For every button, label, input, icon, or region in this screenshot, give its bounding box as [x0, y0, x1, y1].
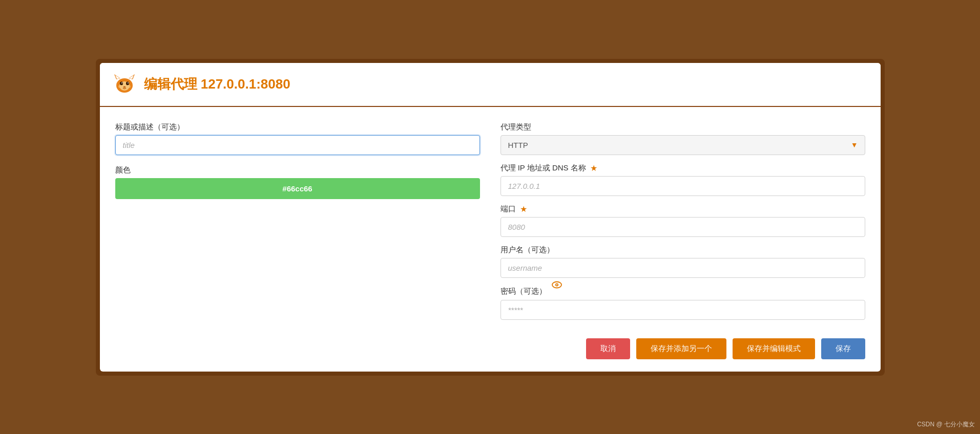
save-edit-button[interactable]: 保存并编辑模式	[733, 338, 815, 359]
svg-point-15	[556, 284, 557, 285]
password-label: 密码（可选）	[501, 287, 547, 296]
port-label-row: 端口 ★	[501, 204, 865, 214]
right-column: 代理类型 HTTP HTTPS SOCKS4 SOCKS5 ▼ 代	[501, 122, 865, 320]
color-field-group: 颜色 #66cc66	[115, 165, 480, 199]
title-label: 标题或描述（可选）	[115, 122, 480, 132]
dialog-body: 标题或描述（可选） 颜色 #66cc66 代理类型 HTTP HTTPS	[100, 107, 881, 330]
proxy-ip-input[interactable]	[501, 176, 865, 196]
svg-point-6	[120, 81, 123, 85]
svg-point-9	[128, 82, 129, 83]
username-label: 用户名（可选）	[501, 245, 865, 255]
save-add-button[interactable]: 保存并添加另一个	[636, 338, 726, 359]
svg-point-10	[123, 86, 126, 88]
proxy-ip-label: 代理 IP 地址或 DNS 名称	[501, 163, 586, 173]
dialog: 编辑代理 127.0.0.1:8080 标题或描述（可选） 颜色 #66cc66	[100, 63, 881, 372]
svg-point-7	[126, 81, 129, 85]
proxy-type-select[interactable]: HTTP HTTPS SOCKS4 SOCKS5	[501, 135, 865, 155]
watermark: CSDN @ 七分小魔女	[917, 420, 975, 429]
proxy-type-group: 代理类型 HTTP HTTPS SOCKS4 SOCKS5 ▼	[501, 122, 865, 155]
svg-point-12	[127, 85, 131, 88]
proxy-type-select-wrapper: HTTP HTTPS SOCKS4 SOCKS5 ▼	[501, 135, 865, 155]
password-group: 密码（可选）	[501, 286, 865, 320]
dialog-footer: 取消 保存并添加另一个 保存并编辑模式 保存	[100, 330, 881, 372]
proxy-ip-group: 代理 IP 地址或 DNS 名称 ★	[501, 163, 865, 196]
dialog-title: 编辑代理 127.0.0.1:8080	[144, 75, 290, 93]
port-required-star: ★	[520, 204, 527, 214]
proxy-type-label: 代理类型	[501, 122, 865, 132]
svg-point-11	[118, 85, 122, 88]
username-input[interactable]	[501, 258, 865, 278]
title-field-group: 标题或描述（可选）	[115, 122, 480, 155]
color-button[interactable]: #66cc66	[115, 178, 480, 199]
save-button[interactable]: 保存	[821, 338, 865, 359]
proxy-ip-required-star: ★	[590, 163, 597, 173]
password-eye-icon[interactable]	[552, 280, 562, 291]
port-group: 端口 ★	[501, 204, 865, 237]
password-label-row: 密码（可选）	[501, 286, 865, 297]
cancel-button[interactable]: 取消	[586, 338, 630, 359]
username-group: 用户名（可选）	[501, 245, 865, 278]
left-column: 标题或描述（可选） 颜色 #66cc66	[115, 122, 480, 320]
title-input[interactable]	[115, 135, 480, 155]
outer-container: 编辑代理 127.0.0.1:8080 标题或描述（可选） 颜色 #66cc66	[96, 59, 885, 376]
port-label: 端口	[501, 204, 516, 214]
password-wrapper	[501, 300, 865, 320]
color-label: 颜色	[115, 165, 480, 175]
svg-point-8	[121, 82, 122, 83]
password-input[interactable]	[501, 300, 865, 320]
fox-icon	[112, 72, 137, 97]
port-input[interactable]	[501, 217, 865, 237]
proxy-ip-label-row: 代理 IP 地址或 DNS 名称 ★	[501, 163, 865, 173]
dialog-header: 编辑代理 127.0.0.1:8080	[100, 63, 881, 107]
